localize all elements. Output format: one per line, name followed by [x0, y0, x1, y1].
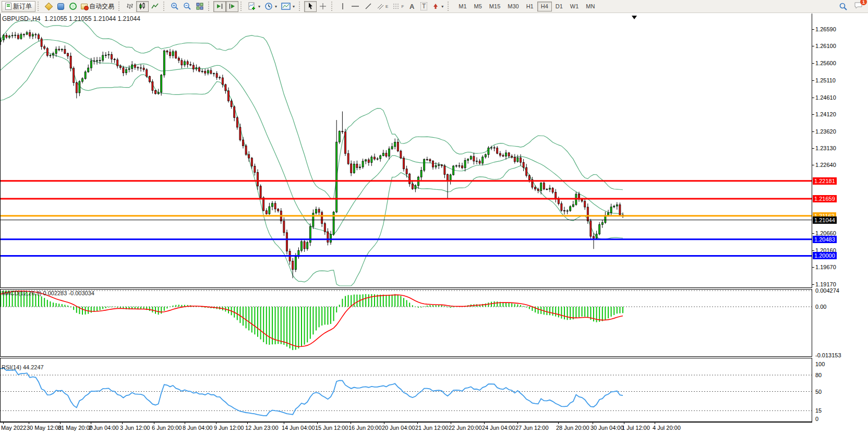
channel-tool-button[interactable]: E: [375, 1, 390, 12]
time-tick-mark: [247, 421, 248, 424]
time-tick-mark: [91, 421, 91, 424]
timeframe-m5[interactable]: M5: [471, 2, 486, 11]
macd-tick-label: 0.004274: [815, 287, 839, 294]
timeframe-w1[interactable]: W1: [566, 2, 583, 11]
rsi-tick-label: 80: [815, 372, 822, 378]
time-tick-mark: [624, 421, 624, 424]
navigator-button[interactable]: [55, 1, 67, 12]
line-chart-mode-button[interactable]: [149, 1, 161, 12]
macd-label: MACD(12,26,9) 0.002283 -0.003034: [2, 290, 94, 296]
new-chart-button[interactable]: ▾: [246, 1, 262, 12]
label-tool-icon: T: [420, 2, 427, 10]
templates-button[interactable]: ▾: [279, 1, 297, 12]
fibonacci-tool-button[interactable]: F: [390, 1, 406, 12]
line-chart-icon: [151, 2, 159, 10]
auto-scroll-icon: [215, 2, 224, 10]
dropdown-caret-icon: ▾: [275, 4, 277, 9]
new-order-button[interactable]: 新订单: [2, 1, 35, 12]
price-tick-label: 1.24610: [815, 94, 836, 101]
rsi-tick-label: 100: [815, 361, 825, 367]
bar-chart-icon: [126, 2, 134, 10]
pane-splitter[interactable]: [0, 287, 812, 290]
zoom-out-button[interactable]: [181, 1, 194, 12]
timeframe-m30[interactable]: M30: [504, 2, 522, 11]
auto-trading-label: 自动交易: [89, 2, 114, 11]
macd-pane-canvas[interactable]: [0, 290, 812, 356]
time-tick-mark: [29, 421, 29, 424]
label-tool-button[interactable]: T: [418, 1, 430, 12]
zoom-in-button[interactable]: [168, 1, 181, 12]
toolbar-grip: [118, 2, 122, 11]
vline-tool-button[interactable]: [336, 1, 348, 12]
hline-tool-button[interactable]: [348, 1, 362, 12]
candlestick-icon: [138, 2, 147, 10]
price-tick-mark: [812, 148, 814, 149]
timeframe-h4[interactable]: H4: [537, 2, 552, 11]
time-tick-label: May 2022: [1, 425, 26, 431]
text-tool-button[interactable]: A: [406, 1, 418, 12]
market-watch-button[interactable]: [43, 1, 55, 12]
main-chart-canvas[interactable]: [0, 14, 812, 287]
time-tick-mark: [284, 421, 284, 424]
macd-tick-label: 0.00: [815, 304, 826, 310]
periods-button[interactable]: ▾: [262, 1, 279, 12]
bar-chart-mode-button[interactable]: [124, 1, 136, 12]
horizontal-line-icon: [351, 2, 360, 10]
timeframe-h1[interactable]: H1: [523, 2, 537, 11]
arrows-tool-button[interactable]: ▾: [430, 1, 445, 12]
notification-badge: 1: [860, 0, 867, 5]
signals-icon: [69, 3, 77, 10]
trendline-tool-button[interactable]: [362, 1, 375, 12]
crosshair-icon: [319, 2, 327, 10]
time-axis[interactable]: May 202230 May 12:0031 May 20:002 Jun 04…: [0, 424, 812, 434]
timeframe-m15[interactable]: M15: [486, 2, 504, 11]
price-tick-label: 1.26100: [815, 43, 836, 49]
time-tick-label: 8 Jun 04:00: [183, 425, 213, 431]
toolbar-grip: [38, 2, 41, 11]
time-tick-mark: [417, 421, 418, 424]
time-tick-mark: [384, 421, 384, 424]
tile-windows-icon: [196, 2, 204, 10]
chart-left-border: [0, 14, 1, 423]
price-level-badge: 1.20000: [813, 252, 837, 259]
cursor-tool-button[interactable]: [304, 1, 317, 12]
notifications-button[interactable]: 1: [854, 1, 863, 11]
time-tick-label: 3 Jun 12:00: [120, 425, 150, 431]
search-icon: [839, 2, 848, 11]
time-tick-label: 2 Jun 04:00: [89, 425, 119, 431]
timeframe-d1[interactable]: D1: [552, 2, 566, 11]
pane-splitter[interactable]: [0, 356, 812, 358]
search-button[interactable]: [837, 1, 850, 12]
price-tick-mark: [812, 250, 814, 251]
time-tick-label: 22 Jun 20:00: [449, 425, 482, 431]
channel-icon: [377, 2, 384, 10]
chart-shift-button[interactable]: [226, 1, 238, 12]
navigator-icon: [57, 3, 64, 10]
rsi-tick-label: 50: [815, 389, 822, 395]
template-icon: [281, 2, 291, 10]
timeframe-m1[interactable]: M1: [455, 2, 470, 11]
new-order-label: 新订单: [13, 2, 32, 11]
auto-trading-button[interactable]: 自动交易: [79, 1, 116, 12]
price-tick-mark: [812, 114, 814, 115]
price-tick-label: 1.23130: [815, 145, 836, 151]
time-tick-mark: [154, 421, 154, 424]
chart-shift-icon: [228, 2, 236, 10]
time-tick-mark: [216, 421, 216, 424]
auto-scroll-button[interactable]: [213, 1, 226, 12]
rsi-pane-canvas[interactable]: [0, 358, 812, 421]
toolbar-grip: [448, 2, 451, 11]
price-tick-mark: [812, 46, 814, 46]
fibonacci-icon: [392, 2, 400, 10]
signals-button[interactable]: [67, 1, 79, 12]
price-axis[interactable]: 1.265901.261001.256001.251101.246101.241…: [812, 14, 868, 434]
toolbar-grip: [240, 2, 244, 11]
time-tick-label: 30 Jun 04:00: [590, 425, 624, 431]
candlestick-mode-button[interactable]: [136, 1, 149, 12]
chart-window[interactable]: GBPUSD-,H41.21055 1.21055 1.21044 1.2104…: [0, 14, 868, 434]
rsi-tick-label: 0: [815, 416, 818, 422]
timeframe-mn[interactable]: MN: [582, 2, 598, 11]
zoom-in-icon: [171, 2, 179, 10]
crosshair-tool-button[interactable]: [317, 1, 329, 12]
tile-windows-button[interactable]: [194, 1, 206, 12]
